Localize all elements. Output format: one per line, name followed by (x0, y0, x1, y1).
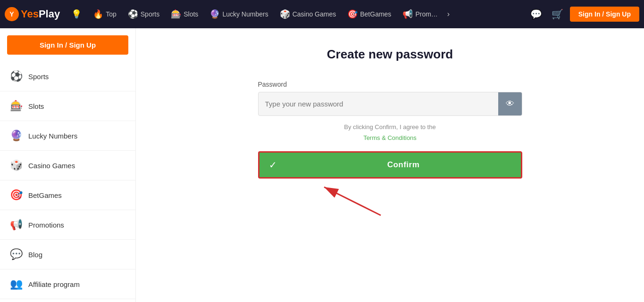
password-form: Create new password Password 👁 By clicki… (258, 47, 522, 220)
confirm-button[interactable]: Confirm (286, 153, 521, 177)
sidebar-blog-label: Blog (28, 251, 42, 259)
sidebar-betgames-label: BetGames (28, 191, 62, 199)
sidebar-slots-label: Slots (28, 102, 44, 110)
toggle-password-button[interactable]: 👁 (498, 92, 522, 115)
sidebar-item-sports[interactable]: ⚽ Sports (0, 62, 135, 91)
nav-item-lucky[interactable]: 🔮 Lucky Numbers (205, 6, 273, 22)
lightbulb-icon: 💡 (71, 9, 82, 19)
sidebar-lucky-label: Lucky Numbers (28, 132, 77, 140)
main-layout: Sign In / Sign Up ⚽ Sports 🎰 Slots 🔮 Luc… (0, 28, 644, 302)
terms-line: Terms & Conditions (258, 133, 522, 142)
nav-more-button[interactable]: › (444, 7, 452, 21)
agree-text: By clicking Confirm, I agree to the (258, 123, 522, 131)
sidebar-signin-button[interactable]: Sign In / Sign Up (7, 35, 128, 55)
topnav-signin-button[interactable]: Sign In / Sign Up (570, 7, 639, 22)
form-title: Create new password (258, 47, 522, 62)
sidebar-item-affiliate[interactable]: 👥 Affiliate program (0, 269, 135, 299)
sidebar-item-casino[interactable]: 🎲 Casino Games (0, 151, 135, 180)
nav-item-promotions[interactable]: 📢 Prom… (398, 6, 442, 22)
sidebar-item-betgames[interactable]: 🎯 BetGames (0, 180, 135, 210)
nav-lucky-label: Lucky Numbers (222, 10, 268, 18)
nav-top-label: Top (106, 10, 117, 18)
nav-hint-icon[interactable]: 💡 (67, 6, 86, 22)
sidebar-casino-label: Casino Games (28, 162, 75, 170)
sidebar-sports-icon: ⚽ (9, 70, 23, 82)
sidebar-lucky-icon: 🔮 (9, 130, 23, 142)
sidebar-slots-icon: 🎰 (9, 100, 23, 112)
confirm-button-wrapper: ✓ Confirm (258, 151, 522, 179)
nav-casino-label: Casino Games (293, 10, 336, 18)
cart-icon[interactable]: 🛒 (549, 6, 566, 23)
arrow-annotation (258, 182, 522, 220)
nav-item-betgames[interactable]: 🎯 BetGames (343, 6, 396, 22)
logo-text: YesPlay (21, 8, 60, 20)
promotions-icon: 📢 (402, 9, 413, 19)
top-navigation: Y YesPlay 💡 🔥 Top ⚽ Sports 🎰 Slots 🔮 Luc… (0, 0, 644, 28)
sidebar-item-slots[interactable]: 🎰 Slots (0, 91, 135, 121)
main-content: Create new password Password 👁 By clicki… (136, 28, 644, 302)
password-input[interactable] (259, 93, 498, 114)
svg-line-1 (324, 187, 381, 215)
sports-icon: ⚽ (128, 9, 138, 19)
sidebar-betgames-icon: 🎯 (9, 189, 23, 201)
sidebar-promotions-icon: 📢 (9, 219, 23, 231)
nav-sports-label: Sports (141, 10, 159, 18)
betgames-icon: 🎯 (347, 9, 358, 19)
logo[interactable]: Y YesPlay (5, 7, 60, 21)
terms-link[interactable]: Terms & Conditions (363, 134, 417, 141)
sidebar-sports-label: Sports (28, 73, 49, 81)
checkmark-icon: ✓ (269, 159, 277, 171)
logo-icon: Y (5, 7, 19, 21)
password-label: Password (258, 81, 522, 88)
nav-item-top[interactable]: 🔥 Top (88, 6, 121, 22)
nav-right: 💬 🛒 Sign In / Sign Up (527, 6, 639, 23)
sidebar-item-blog[interactable]: 💬 Blog (0, 240, 135, 269)
nav-item-slots[interactable]: 🎰 Slots (166, 6, 203, 22)
sidebar: Sign In / Sign Up ⚽ Sports 🎰 Slots 🔮 Luc… (0, 28, 136, 302)
arrow-svg (305, 182, 400, 220)
password-field-wrapper: 👁 (258, 92, 522, 116)
casino-icon: 🎲 (280, 9, 290, 19)
sidebar-blog-icon: 💬 (9, 248, 23, 261)
nav-slots-label: Slots (184, 10, 198, 18)
sidebar-affiliate-label: Affiliate program (28, 280, 80, 288)
search-icon[interactable]: 💬 (527, 6, 545, 23)
nav-item-casino[interactable]: 🎲 Casino Games (275, 6, 341, 22)
nav-betgames-label: BetGames (360, 10, 391, 18)
sidebar-item-promotions[interactable]: 📢 Promotions (0, 210, 135, 240)
nav-item-sports[interactable]: ⚽ Sports (123, 6, 164, 22)
eye-icon: 👁 (506, 99, 514, 109)
lucky-icon: 🔮 (209, 9, 220, 19)
check-button[interactable]: ✓ (259, 153, 286, 177)
sidebar-casino-icon: 🎲 (9, 159, 23, 171)
sidebar-item-lucky[interactable]: 🔮 Lucky Numbers (0, 121, 135, 151)
sidebar-promotions-label: Promotions (28, 221, 64, 229)
nav-promotions-label: Prom… (415, 10, 437, 18)
fire-icon: 🔥 (93, 9, 103, 19)
slots-icon: 🎰 (171, 9, 181, 19)
sidebar-affiliate-icon: 👥 (9, 278, 23, 290)
